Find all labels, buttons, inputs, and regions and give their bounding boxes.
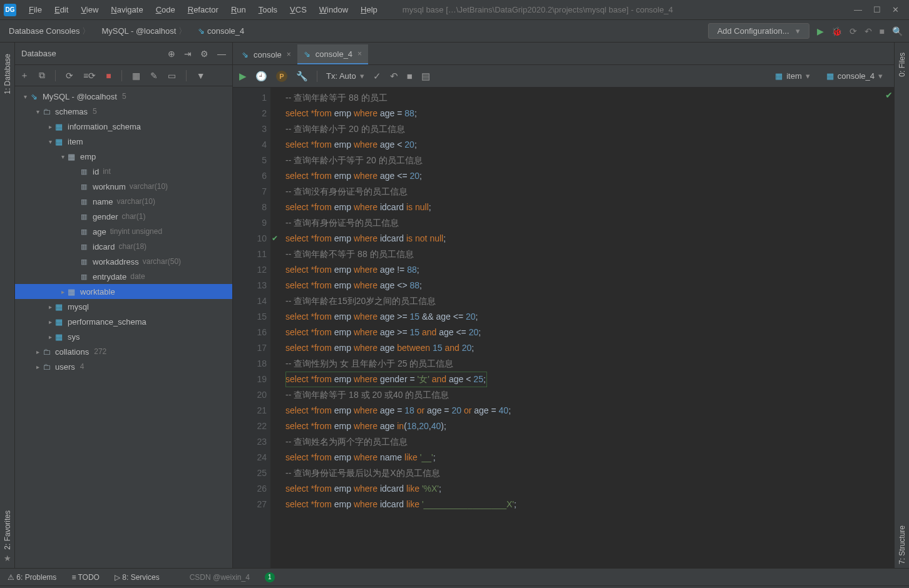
code-line-14[interactable]: -- 查询年龄在15到20岁之间的员工信息 (285, 293, 894, 309)
code-line-27[interactable]: select *from emp where idcard like '____… (285, 497, 894, 512)
code-line-1[interactable]: -- 查询年龄等于 88 的员工 (285, 90, 894, 106)
menu-view[interactable]: View (74, 3, 105, 17)
cancel-query-icon[interactable]: ■ (407, 71, 413, 81)
code-line-10[interactable]: select *from emp where idcard is not nul… (285, 231, 894, 246)
tab-console-4[interactable]: ⇘console_4× (297, 44, 368, 64)
code-line-8[interactable]: select *from emp where idcard is null; (285, 200, 894, 215)
menu-run[interactable]: Run (225, 3, 252, 17)
code-line-4[interactable]: select *from emp where age < 20; (285, 137, 894, 153)
code-line-26[interactable]: select *from emp where idcard like '%X'; (285, 481, 894, 497)
tab-close-icon[interactable]: × (287, 50, 291, 59)
sidebar-tab-database[interactable]: 1: Database (3, 50, 12, 98)
code-line-18[interactable]: -- 查询性别为 女 且年龄小于 25 的员工信息 (285, 356, 894, 372)
code-editor[interactable]: 12345678910✔1112131415161718192021222324… (233, 88, 894, 568)
update-icon[interactable]: ⟳ (850, 26, 857, 36)
tree-node-worktable[interactable]: ▸▦worktable (15, 284, 232, 299)
tree-node-age[interactable]: ▥agetinyint unsigned (15, 224, 232, 239)
code-line-13[interactable]: select *from emp where age <> 88; (285, 278, 894, 293)
execute-icon[interactable]: ▶ (239, 71, 247, 82)
code-line-3[interactable]: -- 查询年龄小于 20 的员工信息 (285, 121, 894, 137)
tree-node-collations[interactable]: ▸🗀collations272 (15, 344, 232, 359)
code-line-24[interactable]: select *from emp where name like '__'; (285, 450, 894, 465)
sidebar-tab-structure[interactable]: 7: Structure (898, 522, 906, 568)
tree-node-mysql[interactable]: ▸▦mysql (15, 299, 232, 314)
explain-plan-icon[interactable]: P (276, 71, 287, 82)
tab-console[interactable]: ⇘console× (235, 44, 297, 64)
rollback-icon[interactable]: ↶ (865, 26, 872, 36)
code-line-23[interactable]: -- 查询姓名为两个字的员工信息 (285, 434, 894, 450)
tree-node-idcard[interactable]: ▥idcardchar(18) (15, 239, 232, 254)
menu-tools[interactable]: Tools (252, 3, 284, 17)
bug-icon[interactable]: 🐞 (831, 26, 842, 36)
schema-selector[interactable]: ▦item▾ (770, 70, 815, 82)
collapse-all-icon[interactable]: ⇥ (184, 49, 192, 59)
menu-refactor[interactable]: Refactor (182, 3, 225, 17)
ddl-icon[interactable]: ▭ (168, 71, 176, 81)
tab-close-icon[interactable]: × (357, 49, 362, 58)
code-line-20[interactable]: -- 查询年龄等于 18 或 20 或40 的员工信息 (285, 387, 894, 403)
code-line-25[interactable]: -- 查询身份证号最后以为是X的员工信息 (285, 465, 894, 481)
menu-file[interactable]: File (23, 3, 48, 17)
code-line-12[interactable]: select *from emp where age != 88; (285, 262, 894, 278)
code-line-6[interactable]: select *from emp where age <= 20; (285, 168, 894, 184)
minimize-icon[interactable]: — (854, 5, 862, 14)
tree-node-mysql-localhost[interactable]: ▾⇘MySQL - @localhost5 (15, 89, 232, 104)
menu-edit[interactable]: Edit (48, 3, 74, 17)
tree-node-worknum[interactable]: ▥worknumvarchar(10) (15, 179, 232, 194)
code-line-21[interactable]: select *from emp where age = 18 or age =… (285, 403, 894, 418)
sync-icon[interactable]: ≡⟳ (83, 71, 96, 81)
console-selector[interactable]: ▦console_4▾ (821, 70, 888, 82)
code-line-2[interactable]: select *from emp where age = 88; (285, 106, 894, 121)
tree-node-information-schema[interactable]: ▸▦information_schema (15, 119, 232, 134)
history-icon[interactable]: 🕘 (255, 71, 267, 82)
rollback-icon[interactable]: ↶ (390, 71, 398, 82)
breadcrumb[interactable]: Database Consoles (6, 24, 95, 38)
menu-code[interactable]: Code (150, 3, 182, 17)
todo-tab[interactable]: ≡ TODO (71, 573, 100, 582)
table-view-icon[interactable]: ▦ (132, 71, 140, 81)
code-line-22[interactable]: select *from emp where age in(18,20,40); (285, 418, 894, 434)
code-line-15[interactable]: select *from emp where age >= 15 && age … (285, 309, 894, 325)
code-line-7[interactable]: -- 查询没有身份证号的员工信息 (285, 184, 894, 200)
tree-node-item[interactable]: ▾▦item (15, 134, 232, 149)
code-line-11[interactable]: -- 查询年龄不等于 88 的员工信息 (285, 246, 894, 262)
filter-icon[interactable]: ▼ (197, 71, 205, 81)
commit-icon[interactable]: ✓ (373, 71, 381, 82)
code-line-5[interactable]: -- 查询年龄小于等于 20 的员工信息 (285, 153, 894, 168)
maximize-icon[interactable]: ☐ (873, 5, 881, 14)
hide-panel-icon[interactable]: — (217, 49, 226, 59)
run-icon[interactable]: ▶ (817, 26, 824, 36)
sidebar-tab-favorites[interactable]: 2: Favorites (3, 507, 12, 554)
code-line-17[interactable]: select *from emp where age between 15 an… (285, 340, 894, 356)
menu-vcs[interactable]: VCS (284, 3, 313, 17)
search-icon[interactable]: 🔍 (892, 26, 903, 36)
stop-icon[interactable]: ■ (106, 71, 111, 81)
tree-node-performance-schema[interactable]: ▸▦performance_schema (15, 314, 232, 329)
tree-node-schemas[interactable]: ▾🗀schemas5 (15, 104, 232, 119)
problems-tab[interactable]: ⚠ 6: Problems (8, 573, 56, 582)
new-icon[interactable]: ＋ (20, 70, 29, 81)
tree-node-name[interactable]: ▥namevarchar(10) (15, 194, 232, 209)
layout-icon[interactable]: ▤ (421, 71, 430, 82)
copy-icon[interactable]: ⧉ (39, 70, 45, 81)
services-tab[interactable]: ▷ 8: Services (115, 573, 160, 582)
tree-node-sys[interactable]: ▸▦sys (15, 329, 232, 344)
tree-node-emp[interactable]: ▾▦emp (15, 149, 232, 164)
code-line-16[interactable]: select *from emp where age >= 15 and age… (285, 325, 894, 340)
refresh-icon[interactable]: ⟳ (66, 71, 73, 81)
close-icon[interactable]: ✕ (892, 5, 899, 14)
edit-icon[interactable]: ✎ (150, 71, 158, 81)
menu-navigate[interactable]: Navigate (105, 3, 149, 17)
notification-badge[interactable]: 1 (265, 572, 275, 582)
breadcrumb[interactable]: ⇘ console_4 (195, 25, 247, 37)
menu-window[interactable]: Window (313, 3, 354, 17)
tree-node-users[interactable]: ▸🗀users4 (15, 359, 232, 374)
breadcrumb[interactable]: MySQL - @localhost (99, 24, 192, 38)
tree-node-gender[interactable]: ▥genderchar(1) (15, 209, 232, 224)
code-line-9[interactable]: -- 查询有身份证号的员工信息 (285, 215, 894, 231)
tree-node-entrydate[interactable]: ▥entrydatedate (15, 269, 232, 284)
tx-mode-dropdown[interactable]: Tx: Auto ▾ (326, 71, 364, 81)
tree-node-id[interactable]: ▥idint (15, 164, 232, 179)
settings-icon[interactable]: ⚙ (200, 49, 208, 59)
menu-help[interactable]: Help (354, 3, 384, 17)
